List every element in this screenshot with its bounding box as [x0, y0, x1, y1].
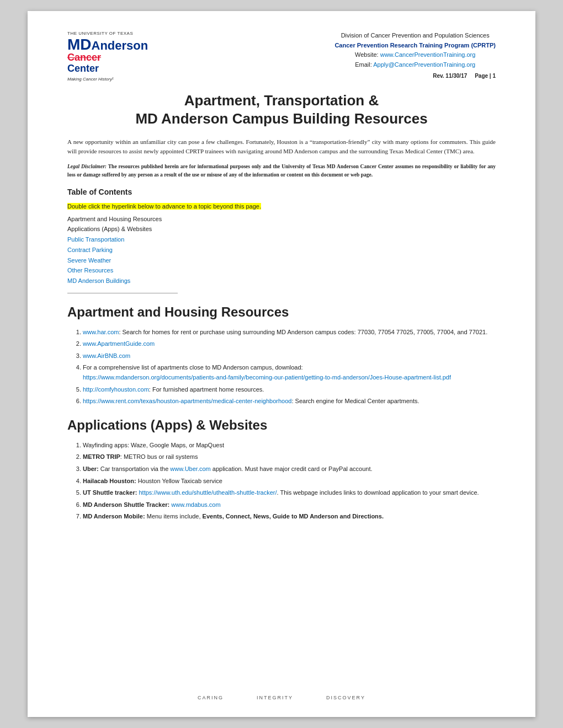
toc-item-6[interactable]: Other Resources [67, 265, 496, 276]
logo-area: THE UNIVERSITY OF TEXAS MDAnderson Cance… [67, 31, 148, 82]
section2-item-4: Hailacab Houston: Houston Yellow Taxicab… [83, 477, 496, 486]
section2-item-3: Uber: Car transportation via the www.Ube… [83, 464, 496, 474]
intro-paragraph: A new opportunity within an unfamiliar c… [67, 137, 496, 156]
logo-tagline: Making Cancer History¹ [67, 77, 148, 82]
division-line: Division of Cancer Prevention and Popula… [334, 31, 496, 41]
apartmentguide-link[interactable]: www.ApartmentGuide.com [83, 340, 155, 347]
section2-item-1: Wayfinding apps: Waze, Google Maps, or M… [83, 441, 496, 451]
toc-item-5[interactable]: Severe Weather [67, 255, 496, 266]
page: THE UNIVERSITY OF TEXAS MDAnderson Cance… [28, 11, 535, 717]
har-link[interactable]: www.har.com [83, 329, 119, 335]
toc-item-4[interactable]: Contract Parking [67, 245, 496, 255]
section2-heading: Applications (Apps) & Websites [67, 417, 496, 433]
uber-link[interactable]: www.Uber.com [170, 465, 210, 472]
toc-item-1: Apartment and Housing Resources [67, 214, 496, 224]
doc-title: Apartment, Transportation & MD Anderson … [67, 92, 496, 129]
program-title: Cancer Prevention Research Training Prog… [334, 41, 496, 51]
rent-link[interactable]: https://www.rent.com/texas/houston-apart… [83, 398, 291, 404]
section2-item-7: MD Anderson Mobile: Menu items include, … [83, 512, 496, 522]
logo-cancer-center: Cancer Center [67, 52, 148, 74]
uber-bold: Uber: [83, 465, 99, 472]
header-right: Division of Cancer Prevention and Popula… [334, 31, 496, 81]
toc-title: Table of Contents [67, 188, 496, 196]
toc-link-public-transportation[interactable]: Public Transportation [67, 236, 124, 243]
toc-link-other-resources[interactable]: Other Resources [67, 267, 113, 274]
toc-item-7[interactable]: MD Anderson Buildings [67, 276, 496, 286]
rev-text: Rev. 11/30/17 [433, 73, 467, 79]
logo-top-text: THE UNIVERSITY OF TEXAS [67, 31, 148, 36]
doc-title-line1: Apartment, Transportation & [184, 92, 379, 109]
website-label: Website: [355, 51, 379, 58]
email-label: Email: [355, 61, 372, 68]
section2-item-6: MD Anderson Shuttle Tracker: www.mdabus.… [83, 500, 496, 510]
legal-disclaimer-text: The resources published herein are for i… [67, 164, 496, 177]
section1-list: www.har.com: Search for homes for rent o… [67, 328, 496, 406]
joes-house-link[interactable]: https://www.mdanderson.org/documents/pat… [83, 374, 451, 381]
section1-heading: Apartment and Housing Resources [67, 304, 496, 320]
toc-divider [67, 293, 178, 293]
toc-section: Table of Contents Double click the hyper… [67, 188, 496, 293]
logo-md: MD [67, 37, 92, 52]
rev-line: Rev. 11/30/17 Page | 1 [334, 72, 496, 81]
section1-item-5: http://comfyhouston.com: For furnished a… [83, 385, 496, 395]
website-line: Website: www.CancerPreventionTraining.or… [334, 50, 496, 60]
doc-title-line2: MD Anderson Campus Building Resources [135, 110, 427, 127]
footer: CARING INTEGRITY DISCOVERY [28, 695, 535, 700]
section-apps: Applications (Apps) & Websites Wayfindin… [67, 417, 496, 522]
logo-center-word: Center [67, 63, 148, 74]
toc-link-severe-weather[interactable]: Severe Weather [67, 257, 111, 264]
section1-item-2: www.ApartmentGuide.com [83, 339, 496, 349]
section2-item-5: UT Shuttle tracker: https://www.uth.edu/… [83, 488, 496, 498]
section1-item-1: www.har.com: Search for homes for rent o… [83, 328, 496, 338]
mda-mobile-items-bold: Events, Connect, News, Guide to MD Ander… [203, 513, 384, 520]
page-text: Page | 1 [475, 73, 496, 79]
toc-link-contract-parking[interactable]: Contract Parking [67, 247, 113, 253]
doc-title-heading: Apartment, Transportation & MD Anderson … [67, 92, 496, 129]
hailacab-bold: Hailacab Houston: [83, 478, 136, 484]
toc-highlight: Double click the hyperlink below to adva… [67, 203, 261, 210]
footer-integrity: INTEGRITY [257, 695, 293, 700]
toc-link-md-anderson-buildings[interactable]: MD Anderson Buildings [67, 277, 130, 284]
airbnb-link[interactable]: www.AirBNB.com [83, 352, 130, 359]
ut-shuttle-bold: UT Shuttle tracker: [83, 489, 137, 496]
website-link[interactable]: www.CancerPreventionTraining.org [380, 51, 476, 58]
ut-shuttle-link[interactable]: https://www.uth.edu/shuttle/uthealth-shu… [139, 489, 277, 496]
header: THE UNIVERSITY OF TEXAS MDAnderson Cance… [67, 31, 496, 82]
section-apartment: Apartment and Housing Resources www.har.… [67, 304, 496, 406]
mdabus-link[interactable]: www.mdabus.com [171, 501, 220, 508]
logo-anderson: Anderson [92, 40, 148, 52]
section2-list: Wayfinding apps: Waze, Google Maps, or M… [67, 441, 496, 522]
logo-cancer: Cancer [67, 52, 148, 63]
email-line: Email: Apply@CancerPreventionTraining.or… [334, 60, 496, 70]
legal-disclaimer-label: Legal Disclaimer: [67, 164, 107, 169]
toc-item-2: Applications (Apps) & Websites [67, 224, 496, 234]
comfyhouston-link[interactable]: http://comfyhouston.com [83, 386, 149, 393]
toc-list: Apartment and Housing Resources Applicat… [67, 214, 496, 286]
toc-item-3[interactable]: Public Transportation [67, 234, 496, 245]
md-anderson-name: MDAnderson [67, 37, 148, 52]
section1-item-3: www.AirBNB.com [83, 351, 496, 361]
mda-shuttle-bold: MD Anderson Shuttle Tracker: [83, 501, 169, 508]
mda-mobile-bold: MD Anderson Mobile: [83, 513, 145, 520]
metro-trip-bold: METRO TRIP [83, 453, 120, 460]
section1-item-4: For a comprehensive list of apartments c… [83, 363, 496, 382]
email-link[interactable]: Apply@CancerPreventionTraining.org [373, 61, 475, 68]
legal-disclaimer: Legal Disclaimer: The resources publishe… [67, 163, 496, 179]
section1-item-6: https://www.rent.com/texas/houston-apart… [83, 397, 496, 406]
section2-item-2: METRO TRIP: METRO bus or rail systems [83, 452, 496, 462]
footer-caring: CARING [198, 695, 224, 700]
footer-discovery: DISCOVERY [326, 695, 365, 700]
